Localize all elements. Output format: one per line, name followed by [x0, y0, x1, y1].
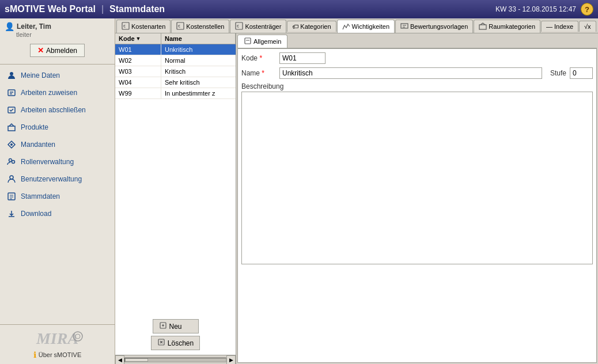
list-row[interactable]: W03 Kritisch	[115, 66, 236, 77]
tab-kostentraeger-label: Kostenträger	[245, 23, 281, 30]
app-title: sMOTIVE Web Portal	[5, 4, 96, 14]
list-row[interactable]: W01 Unkritisch	[115, 44, 236, 55]
scroll-left-button[interactable]: ◀	[115, 355, 124, 365]
svg-text:€: €	[178, 24, 180, 28]
mira-logo: MIRA	[36, 329, 78, 348]
tab-kostentraeger[interactable]: € Kostenträger	[230, 20, 286, 33]
nav-label-arbeiten-abschliessen: Arbeiten abschließen	[21, 106, 86, 114]
list-spacer	[115, 180, 236, 315]
list-cell-name: Sehr kritisch	[161, 77, 236, 88]
delete-label: Löschen	[168, 339, 194, 347]
sidebar: 👤 Leiter, Tim tleiter ✕ Abmelden Meine D…	[0, 18, 115, 364]
tab-formula[interactable]: √x	[579, 21, 596, 32]
list-row[interactable]: W02 Normal	[115, 55, 236, 66]
list-row[interactable]: W99 In unbestimmter z	[115, 88, 236, 99]
scroll-right-button[interactable]: ▶	[226, 355, 236, 365]
sidebar-item-produkte[interactable]: Produkte	[0, 119, 115, 136]
nav-label-rollenverwaltung: Rollenverwaltung	[21, 158, 74, 166]
name-input[interactable]	[279, 67, 542, 79]
tab-kategorien-label: Kategorien	[300, 23, 331, 30]
sidebar-item-rollenverwaltung[interactable]: Rollenverwaltung	[0, 153, 115, 170]
sidebar-item-arbeiten-zuweisen[interactable]: Arbeiten zuweisen	[0, 84, 115, 101]
list-header: Kode ▼ Name	[115, 33, 236, 44]
kode-input[interactable]	[279, 52, 326, 64]
sidebar-item-benutzerverwaltung[interactable]: Benutzerverwaltung	[0, 170, 115, 188]
user-icon: 👤	[5, 22, 14, 31]
tab-raumkategorien-label: Raumkategorien	[489, 23, 535, 30]
sidebar-item-download[interactable]: Download	[0, 205, 115, 222]
tab-kategorien[interactable]: 🏷 Kategorien	[287, 21, 336, 32]
info-icon: ℹ	[33, 350, 36, 359]
new-button[interactable]: Neu	[153, 319, 199, 333]
svg-rect-5	[8, 126, 15, 131]
tab-kostenstellen-label: Kostenstellen	[186, 23, 224, 30]
tab-kostenstellen[interactable]: € Kostenstellen	[171, 20, 229, 33]
stufe-label: Stufe	[550, 69, 566, 77]
nav-label-stammdaten: Stammdaten	[21, 192, 60, 200]
new-icon	[159, 321, 167, 331]
nav-label-meine-daten: Meine Daten	[21, 71, 60, 79]
svg-rect-34	[245, 38, 251, 44]
detail-tabs: Allgemein	[237, 35, 597, 48]
header-left: sMOTIVE Web Portal | Stammdaten	[5, 4, 165, 14]
detail-form: Kode * Name * Stufe	[237, 48, 597, 363]
kode-row: Kode *	[241, 52, 593, 64]
download-icon	[6, 208, 17, 219]
list-row[interactable]: W04 Sehr kritisch	[115, 77, 236, 88]
beschreibung-textarea[interactable]	[241, 92, 593, 264]
list-cell-kode: W03	[115, 66, 161, 77]
list-panel: Kode ▼ Name W01 Unkritisch W02 Normal	[115, 33, 236, 364]
date-time: KW 33 - 12.08.2015 12:47	[495, 5, 576, 13]
tab-kostenarten[interactable]: € Kostenarten	[116, 20, 171, 33]
tab-indexe[interactable]: — Indexe	[541, 21, 578, 32]
list-cell-kode: W99	[115, 88, 161, 98]
header-right: KW 33 - 12.08.2015 12:47 ?	[495, 3, 593, 16]
content-area: € Kostenarten € Kostenstellen € Kostentr…	[115, 18, 598, 364]
tab-kategorien-icon: 🏷	[292, 23, 298, 30]
tab-bewertungsvorlagen[interactable]: Bewertungsvorlagen	[395, 20, 473, 33]
tab-wichtigkeiten[interactable]: Wichtigkeiten	[337, 20, 395, 33]
detail-panel: Allgemein Kode * Name	[236, 33, 598, 364]
svg-point-9	[12, 161, 15, 164]
nav-label-produkte: Produkte	[21, 123, 48, 131]
detail-tab-allgemein[interactable]: Allgemein	[237, 35, 287, 48]
tab-kostenarten-label: Kostenarten	[131, 23, 165, 30]
nav-label-mandanten: Mandanten	[21, 141, 55, 149]
help-button[interactable]: ?	[581, 3, 593, 16]
page-title: Stammdaten	[109, 4, 165, 14]
svg-point-10	[10, 176, 13, 179]
user-sub: tleiter	[5, 31, 110, 38]
scroll-thumb[interactable]	[125, 358, 148, 362]
user-section: 👤 Leiter, Tim tleiter ✕ Abmelden	[0, 18, 115, 65]
sidebar-item-mandanten[interactable]: Mandanten	[0, 136, 115, 153]
sidebar-nav: Meine Daten Arbeiten zuweisen Arbeiten a…	[0, 65, 115, 324]
roles-icon	[6, 156, 17, 168]
delete-button[interactable]: Löschen	[151, 336, 200, 350]
tab-raumkategorien[interactable]: Raumkategorien	[474, 20, 540, 33]
nav-label-benutzerverwaltung: Benutzerverwaltung	[21, 175, 82, 183]
users-icon	[6, 173, 17, 185]
delete-icon	[157, 338, 165, 348]
scroll-track[interactable]	[124, 358, 226, 362]
name-row: Name * Stufe	[241, 67, 593, 79]
allgemein-icon	[244, 37, 252, 46]
sidebar-item-meine-daten[interactable]: Meine Daten	[0, 67, 115, 84]
list-cell-kode: W01	[115, 44, 161, 55]
content-body: Kode ▼ Name W01 Unkritisch W02 Normal	[115, 33, 598, 364]
kode-label: Kode *	[241, 54, 276, 62]
about-button[interactable]: ℹ Über sMOTIVE	[33, 350, 82, 359]
products-icon	[6, 122, 17, 133]
mandanten-icon	[6, 139, 17, 150]
tab-raumkategorien-icon	[479, 22, 487, 31]
sidebar-item-arbeiten-abschliessen[interactable]: Arbeiten abschließen	[0, 101, 115, 119]
list-cell-kode: W02	[115, 55, 161, 66]
tab-kostenstellen-icon: €	[176, 22, 184, 31]
logout-button[interactable]: ✕ Abmelden	[30, 44, 85, 57]
nav-label-download: Download	[21, 210, 51, 218]
list-cell-name: Normal	[161, 55, 236, 66]
stufe-input[interactable]	[570, 67, 593, 79]
svg-point-7	[10, 143, 13, 146]
tab-formula-label: √x	[584, 23, 591, 30]
tab-bewertungsvorlagen-icon	[400, 22, 408, 31]
sidebar-item-stammdaten[interactable]: Stammdaten	[0, 188, 115, 205]
